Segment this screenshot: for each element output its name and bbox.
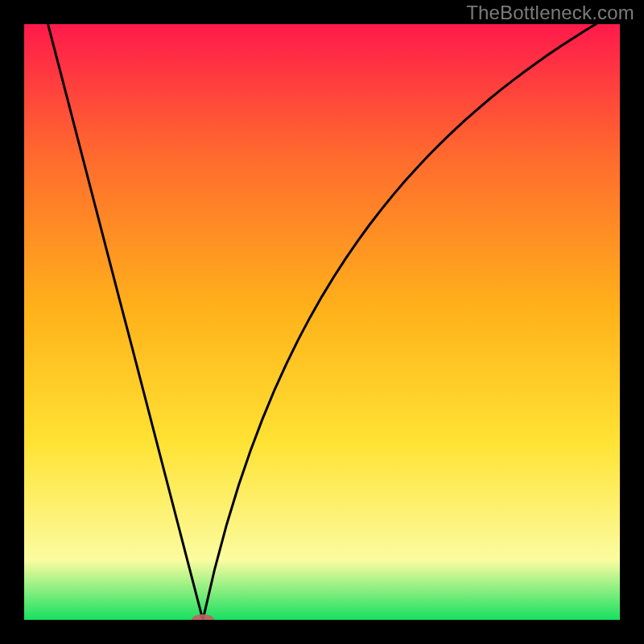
chart-root: TheBottleneck.com	[0, 0, 644, 644]
minimum-marker	[192, 614, 214, 625]
gradient-background	[24, 24, 620, 620]
plot-svg	[0, 0, 644, 644]
watermark-text: TheBottleneck.com	[466, 2, 634, 24]
